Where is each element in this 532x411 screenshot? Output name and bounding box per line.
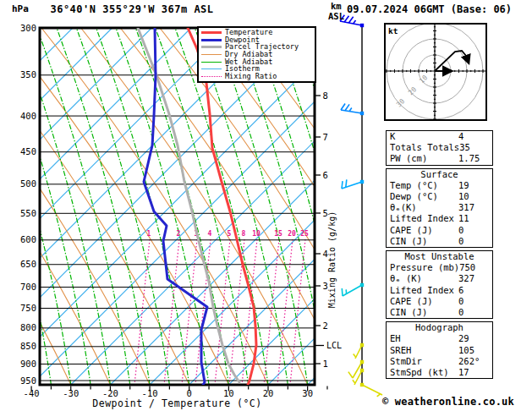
legend-color-swatch (201, 54, 222, 55)
legend-item-label: Mixing Ratio (225, 73, 277, 80)
table-row: CAPE (J)0 (387, 296, 492, 307)
hodograph-ring-label: 20 (407, 85, 418, 96)
altitude-axis-unit: km (331, 1, 342, 11)
hodograph-unit-label: kt (388, 26, 398, 36)
table-label: Totals Totals (390, 142, 459, 153)
table-label: Lifted Index (390, 213, 458, 224)
pressure-tick-label: 700 (20, 282, 36, 292)
legend-color-swatch (201, 68, 222, 69)
table-label: θₑ(K) (390, 202, 458, 213)
mixing-ratio-label: 2 (177, 230, 181, 238)
table-value: 19 (458, 180, 489, 191)
table-row: K4 (387, 131, 492, 142)
pressure-tick-label: 650 (20, 259, 36, 269)
table-value: 4 (458, 131, 489, 142)
wind-barb-column (340, 15, 382, 397)
table-row: Lifted Index6 (387, 285, 492, 296)
table-row: θₑ (K)327 (387, 273, 492, 284)
indices-table: K4Totals Totals35PW (cm)1.75 (386, 130, 493, 166)
legend-color-swatch (201, 62, 222, 63)
table-value: 750 (459, 262, 490, 273)
pressure-tick-label: 450 (20, 146, 36, 156)
table-row: StmSpd (kt)17 (387, 367, 492, 378)
table-row: PW (cm)1.75 (387, 153, 492, 164)
pressure-tick-label: 550 (20, 208, 36, 218)
table-label: K (390, 131, 458, 142)
indices-table: HodographEH29SREH105StmDir262°StmSpd (kt… (386, 321, 493, 379)
legend-color-swatch (201, 31, 222, 34)
table-label: θₑ (K) (390, 273, 458, 284)
temperature-axis: -40-30-20-100102030 (24, 386, 327, 399)
hodograph-ring-label: 30 (395, 97, 406, 108)
table-row: SREH105 (387, 345, 492, 356)
km-tick-label: 2 (323, 321, 328, 331)
copyright-note: © weatheronline.co.uk (382, 396, 514, 408)
km-tick-label: 8 (323, 90, 328, 101)
mixing-ratio-label: 5 (228, 230, 232, 238)
table-value: 6 (458, 285, 489, 296)
table-row: Lifted Index11 (387, 213, 492, 224)
table-label: CAPE (J) (390, 225, 458, 236)
indices-table: SurfaceTemp (°C)19Dewp (°C)10θₑ(K)317Lif… (386, 168, 493, 248)
table-label: Lifted Index (390, 285, 458, 296)
table-label: Dewp (°C) (390, 191, 458, 202)
legend-color-swatch (201, 39, 222, 41)
table-value: 0 (458, 307, 489, 318)
table-row: StmDir262° (387, 356, 492, 367)
km-tick-label: 7 (323, 132, 328, 142)
mixing-ratio-axis-label: Mixing Ratio (g/kg) (327, 211, 337, 308)
pressure-tick-label: 400 (20, 111, 36, 121)
indices-table: Most UnstablePressure (mb)750θₑ (K)327Li… (386, 250, 493, 319)
table-row: CIN (J)0 (387, 236, 492, 247)
table-row: Dewp (°C)10 (387, 191, 492, 202)
pressure-tick-label: 950 (20, 375, 36, 386)
table-value: 327 (458, 273, 489, 284)
table-label: EH (390, 333, 458, 344)
pressure-tick-label: 800 (20, 322, 36, 332)
pressure-tick-label: 500 (20, 178, 36, 189)
table-row: CAPE (J)0 (387, 225, 492, 236)
mixing-ratio-label: 10 (252, 230, 261, 238)
table-row: Totals Totals35 (387, 142, 492, 153)
wind-barb (341, 104, 364, 116)
pressure-tick-label: 900 (20, 359, 36, 369)
mixing-ratio-label: 1 (147, 230, 151, 238)
table-value: 317 (458, 202, 489, 213)
table-label: CAPE (J) (390, 296, 458, 307)
table-row: θₑ(K)317 (387, 202, 492, 213)
hodograph-wind-trace (435, 51, 469, 71)
legend: TemperatureDewpointParcel TrajectoryDry … (197, 26, 316, 83)
pressure-tick-label: 600 (20, 234, 36, 244)
table-value: 35 (459, 142, 490, 153)
table-value: 0 (458, 236, 489, 247)
mixing-ratio-value-labels: 12345810152025 (147, 230, 309, 238)
table-label: Pressure (mb) (390, 262, 459, 273)
mixing-ratio-label: 20 (288, 230, 296, 238)
table-label: PW (cm) (390, 153, 458, 164)
km-tick-label: 6 (323, 170, 328, 180)
pressure-axis-unit: hPa (12, 3, 29, 14)
table-label: StmDir (390, 356, 458, 367)
lcl-label: LCL (326, 341, 342, 350)
mixing-ratio-label: 8 (242, 230, 246, 238)
table-label: StmSpd (kt) (390, 367, 458, 378)
table-value: 0 (458, 296, 489, 307)
skewt-sounding-page: 1234581015202530035040045050055060065070… (0, 0, 532, 411)
table-row: Temp (°C)19 (387, 180, 492, 191)
mixing-ratio-label: 4 (208, 230, 212, 238)
table-title: Surface (387, 169, 492, 180)
table-row: EH29 (387, 333, 492, 344)
table-value: 262° (458, 356, 489, 367)
temperature-tick-label: -40 (24, 388, 40, 398)
wind-barb (360, 383, 382, 397)
station-title: 36°40'N 355°29'W 367m ASL (34, 3, 230, 15)
table-label: CIN (J) (390, 236, 458, 247)
legend-color-swatch (201, 46, 222, 48)
pressure-tick-label: 300 (20, 23, 36, 33)
table-label: CIN (J) (390, 307, 458, 318)
table-title: Hodograph (387, 322, 492, 333)
x-axis-label: Dewpoint / Temperature (°C) (40, 397, 315, 409)
pressure-tick-label: 350 (20, 69, 36, 79)
table-label: SREH (390, 345, 458, 356)
legend-color-swatch (201, 76, 222, 77)
